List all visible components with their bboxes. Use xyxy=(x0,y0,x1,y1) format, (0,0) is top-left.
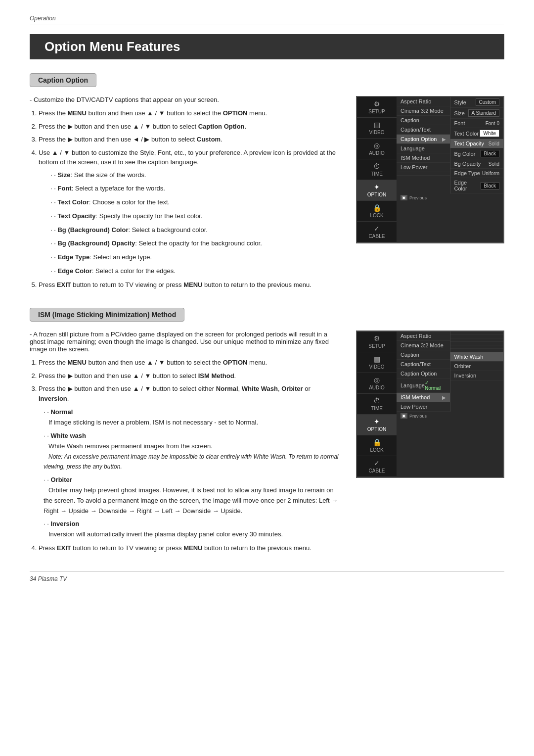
m2-lowpower-label: Low Power xyxy=(400,404,446,410)
m2-val-empty1 xyxy=(450,331,504,335)
bgopacity-label: Bg Opacity xyxy=(454,161,489,167)
page-title: Option Menu Features xyxy=(30,34,504,59)
caption-label: Caption xyxy=(400,117,446,123)
m2-val-empty6 xyxy=(450,349,504,352)
m2-orbiter-label: Orbiter xyxy=(454,363,500,369)
bullet-text-opacity: · Text Opacity: Specify the opacity for … xyxy=(50,211,341,222)
section-ism: ISM (Image Sticking Minimization) Method… xyxy=(30,308,504,556)
menu2-row-caption: Caption xyxy=(397,350,450,360)
menu-prev-1: ▣ Previous xyxy=(397,193,503,202)
menu-item-video-2[interactable]: ▤ VIDEO xyxy=(357,352,397,373)
ism-bullet-inversion: · Inversion Inversion will automatically… xyxy=(44,519,341,540)
menu-sidebar-2: ⚙ SETUP ▤ VIDEO ◎ AUDIO xyxy=(357,331,503,477)
step-5: Press EXIT button to return to TV viewin… xyxy=(39,280,341,290)
menu-screenshot-2: ⚙ SETUP ▤ VIDEO ◎ AUDIO xyxy=(356,331,504,556)
font-value: Font 0 xyxy=(486,121,499,126)
ism-step-1: Press the MENU button and then use ▲ / ▼… xyxy=(39,358,341,368)
option-label-2: OPTION xyxy=(367,426,386,432)
menu-left-nav-1: ⚙ SETUP ▤ VIDEO ◎ AUDIO xyxy=(357,97,397,242)
m2-cinema-label: Cinema 3:2 Mode xyxy=(400,342,446,348)
menu2-row-captionoption: Caption Option xyxy=(397,369,450,378)
edgecolor-label: Edge Color xyxy=(454,180,481,191)
m2-val-whitewash[interactable]: White Wash xyxy=(450,352,504,362)
lock-icon-2: 🔒 xyxy=(373,438,381,446)
menu-item-time-2[interactable]: ⏱ TIME xyxy=(357,394,397,415)
textcolor-value: White xyxy=(480,130,499,137)
setup-icon-1: ⚙ xyxy=(374,100,380,108)
menu-left-nav-2: ⚙ SETUP ▤ VIDEO ◎ AUDIO xyxy=(357,331,397,477)
lowpower-label: Low Power xyxy=(400,164,446,170)
m2-caption-label: Caption xyxy=(400,352,446,358)
style-label: Style xyxy=(454,99,476,105)
menu-row-ism: ISM Method xyxy=(397,153,450,163)
caption-option-header: Caption Option xyxy=(30,73,96,87)
menu2-row-ism[interactable]: ISM Method ▶ xyxy=(397,393,450,402)
ism-steps: Press the MENU button and then use ▲ / ▼… xyxy=(30,358,341,553)
menu-right-content-2: Aspect Ratio Cinema 3:2 Mode Caption xyxy=(397,331,503,477)
menu-item-option-2[interactable]: ✦ OPTION xyxy=(357,415,397,435)
setup-label-1: SETUP xyxy=(368,109,385,114)
edgetype-label: Edge Type xyxy=(454,170,482,176)
operation-label: Operation xyxy=(30,15,504,22)
ism-bullet-normal: · Normal If image sticking is never a pr… xyxy=(44,407,341,428)
ism-header: ISM (Image Sticking Minimization) Method xyxy=(30,308,184,322)
m2-ism-label: ISM Method xyxy=(400,394,442,400)
bullet-bg-opacity: · Bg (Background) Opacity: Select the op… xyxy=(50,238,341,249)
lock-label-1: LOCK xyxy=(370,213,383,218)
captionoption-label: Caption Option xyxy=(400,136,442,142)
time-icon-1: ⏱ xyxy=(373,162,380,170)
m2-val-orbiter: Orbiter xyxy=(450,362,504,371)
menu-item-lock-2[interactable]: 🔒 LOCK xyxy=(357,435,397,456)
bgopacity-value: Solid xyxy=(489,161,499,167)
arrow-right-icon: ▶ xyxy=(442,137,446,142)
ism-text: - A frozen still picture from a PC/video… xyxy=(30,331,341,556)
menu-item-audio-2[interactable]: ◎ AUDIO xyxy=(357,373,397,394)
font-label: Font xyxy=(454,120,486,126)
menu-val-edgetype: Edge Type Uniform xyxy=(450,169,504,178)
bullet-edge-type: · Edge Type: Select an edge type. xyxy=(50,252,341,263)
ism-step-3: Press the ▶ button and then use ▲ / ▼ bu… xyxy=(39,384,341,540)
menu-item-cable-2[interactable]: ✓ CABLE xyxy=(357,456,397,477)
page-number: 34 Plasma TV xyxy=(30,575,504,582)
bullet-size: · Size: Set the size of the words. xyxy=(50,170,341,181)
menu-right-content-1: Aspect Ratio Cinema 3:2 Mode Caption xyxy=(397,97,503,242)
menu-item-option-1[interactable]: ✦ OPTION xyxy=(357,180,397,201)
menu-item-lock-1[interactable]: 🔒 LOCK xyxy=(357,201,397,222)
video-label-1: VIDEO xyxy=(369,130,384,135)
setup-icon-2: ⚙ xyxy=(374,334,380,342)
lock-label-2: LOCK xyxy=(370,447,383,453)
textopacity-value: Solid xyxy=(489,141,499,146)
cinema-label: Cinema 3:2 Mode xyxy=(400,108,446,114)
menu-item-audio-1[interactable]: ◎ AUDIO xyxy=(357,139,397,159)
audio-icon-2: ◎ xyxy=(374,376,380,384)
menu-item-setup-1[interactable]: ⚙ SETUP xyxy=(357,97,397,118)
bullet-font: · Font: Select a typeface for the words. xyxy=(50,184,341,194)
section-caption-option: Caption Option - Customize the DTV/CADTV… xyxy=(30,73,504,293)
menu-row-captionoption[interactable]: Caption Option ▶ xyxy=(397,135,450,144)
video-label-2: VIDEO xyxy=(369,364,384,370)
option-icon-2: ✦ xyxy=(374,418,380,425)
ism-intro: - A frozen still picture from a PC/video… xyxy=(30,331,341,353)
m2-val-empty5 xyxy=(450,345,504,349)
menu-item-video-1[interactable]: ▤ VIDEO xyxy=(357,118,397,139)
cable-icon-1: ✓ xyxy=(374,225,380,233)
option-icon-1: ✦ xyxy=(374,183,380,191)
ism-bullet-orbiter: · Orbiter Orbiter may help prevent ghost… xyxy=(44,475,341,516)
captiontext-label: Caption/Text xyxy=(400,127,446,133)
menu-val-size: Size A Standard xyxy=(450,108,504,119)
bullet-edge-color: · Edge Color: Select a color for the edg… xyxy=(50,266,341,277)
menu-row-empty xyxy=(397,172,450,176)
menu-item-time-1[interactable]: ⏱ TIME xyxy=(357,159,397,180)
menu-row-caption: Caption xyxy=(397,116,450,125)
page: Operation Option Menu Features Caption O… xyxy=(0,0,534,756)
setup-label-2: SETUP xyxy=(368,343,385,349)
ism-bullets: · Normal If image sticking is never a pr… xyxy=(44,407,341,540)
menu-row-captiontext: Caption/Text xyxy=(397,125,450,135)
prev-label-2: Previous xyxy=(409,414,427,419)
menu-item-cable-1[interactable]: ✓ CABLE xyxy=(357,222,397,242)
menu-item-setup-2[interactable]: ⚙ SETUP xyxy=(357,331,397,352)
menu2-row-cinema: Cinema 3:2 Mode xyxy=(397,341,450,350)
caption-option-content: - Customize the DTV/CADTV captions that … xyxy=(30,96,504,293)
menu-box-1: ⚙ SETUP ▤ VIDEO ◎ AUDIO xyxy=(356,96,504,243)
m2-val-empty3 xyxy=(450,338,504,342)
